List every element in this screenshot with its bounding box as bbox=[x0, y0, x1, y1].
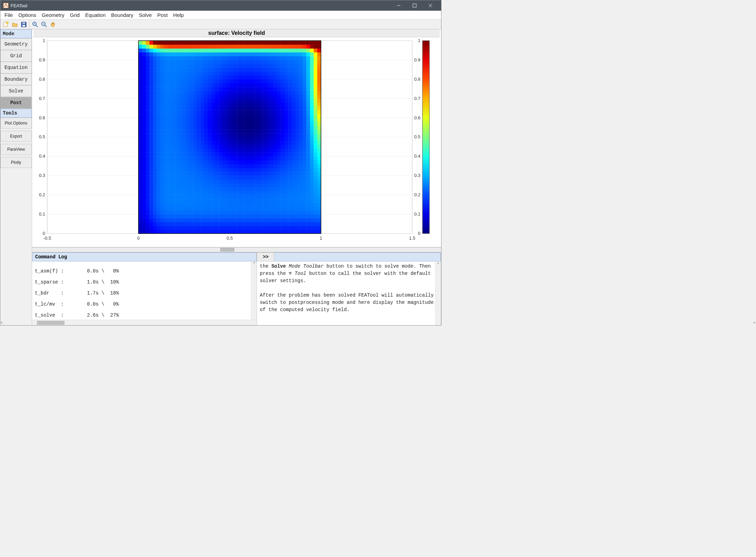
svg-rect-1014 bbox=[208, 156, 212, 160]
mode-boundary[interactable]: Boundary bbox=[0, 73, 32, 85]
svg-rect-726 bbox=[252, 179, 256, 183]
menu-equation[interactable]: Equation bbox=[82, 11, 108, 19]
svg-rect-1852 bbox=[164, 91, 168, 95]
svg-rect-2306 bbox=[179, 56, 182, 60]
svg-rect-406 bbox=[179, 203, 182, 207]
svg-rect-1323 bbox=[241, 133, 245, 137]
svg-rect-1638 bbox=[295, 110, 299, 114]
svg-rect-617 bbox=[219, 187, 222, 191]
svg-rect-415 bbox=[211, 203, 215, 207]
svg-rect-1616 bbox=[215, 110, 219, 114]
command-log-hscroll[interactable]: < > bbox=[32, 320, 257, 325]
pan-hand-icon[interactable] bbox=[49, 20, 57, 29]
svg-rect-780 bbox=[266, 176, 270, 180]
svg-rect-383 bbox=[277, 207, 281, 211]
svg-rect-2479 bbox=[262, 44, 266, 49]
svg-rect-820 bbox=[230, 172, 233, 176]
svg-rect-411 bbox=[197, 203, 201, 207]
svg-rect-1240 bbox=[303, 141, 307, 145]
svg-rect-749 bbox=[153, 176, 157, 180]
info-vscroll[interactable]: ^ bbox=[435, 261, 441, 325]
svg-rect-440 bbox=[303, 203, 307, 207]
menu-boundary[interactable]: Boundary bbox=[108, 11, 136, 19]
svg-rect-606 bbox=[179, 187, 182, 191]
svg-rect-2288 bbox=[295, 60, 299, 64]
svg-rect-1683 bbox=[277, 106, 281, 110]
svg-rect-325 bbox=[248, 210, 252, 215]
svg-rect-1038 bbox=[295, 156, 299, 160]
svg-rect-2074 bbox=[244, 76, 248, 80]
svg-rect-261 bbox=[197, 214, 201, 218]
svg-rect-808 bbox=[186, 172, 190, 176]
svg-rect-1665 bbox=[211, 106, 215, 110]
tool-plot-options[interactable]: Plot Options bbox=[0, 118, 32, 129]
menu-file[interactable]: File bbox=[2, 11, 16, 19]
new-file-icon[interactable] bbox=[2, 20, 10, 29]
svg-rect-1532 bbox=[273, 118, 277, 122]
open-folder-icon[interactable] bbox=[11, 20, 19, 29]
tool-paraview[interactable]: ParaView bbox=[0, 144, 32, 155]
svg-rect-331 bbox=[270, 210, 273, 215]
info-prompt[interactable]: >> bbox=[257, 252, 274, 261]
menu-post[interactable]: Post bbox=[155, 11, 170, 19]
svg-rect-2469 bbox=[226, 44, 230, 49]
svg-rect-1636 bbox=[288, 110, 292, 114]
svg-rect-1789 bbox=[299, 99, 303, 103]
svg-rect-2309 bbox=[190, 56, 193, 60]
svg-rect-2169 bbox=[226, 68, 230, 72]
svg-rect-65 bbox=[211, 230, 215, 234]
svg-rect-2039 bbox=[299, 79, 303, 83]
svg-rect-2205 bbox=[175, 64, 179, 68]
menu-options[interactable]: Options bbox=[16, 11, 39, 19]
svg-rect-2031 bbox=[270, 79, 273, 83]
menu-solve[interactable]: Solve bbox=[136, 11, 155, 19]
svg-rect-1000 bbox=[157, 156, 160, 160]
svg-rect-802 bbox=[164, 172, 168, 176]
svg-rect-1305 bbox=[175, 133, 179, 137]
svg-rect-952 bbox=[164, 160, 168, 165]
mode-geometry[interactable]: Geometry bbox=[0, 38, 32, 50]
menu-grid[interactable]: Grid bbox=[67, 11, 82, 19]
svg-rect-1779 bbox=[262, 99, 266, 103]
tool-plotly[interactable]: Plotly bbox=[0, 157, 32, 168]
svg-rect-931 bbox=[270, 164, 273, 168]
command-log-vscroll[interactable]: ^ bbox=[251, 261, 257, 320]
svg-rect-191 bbox=[306, 222, 310, 226]
mode-grid[interactable]: Grid bbox=[0, 50, 32, 62]
svg-rect-1418 bbox=[222, 126, 226, 130]
svg-rect-511 bbox=[197, 195, 201, 199]
maximize-button[interactable] bbox=[407, 0, 422, 11]
svg-rect-960 bbox=[193, 160, 197, 165]
svg-rect-490 bbox=[303, 199, 307, 203]
zoom-in-icon[interactable] bbox=[31, 20, 39, 29]
save-icon[interactable] bbox=[20, 20, 28, 29]
svg-rect-613 bbox=[204, 187, 208, 191]
mode-post[interactable]: Post bbox=[0, 97, 32, 109]
svg-rect-2164 bbox=[208, 68, 212, 72]
info-body[interactable]: the Solve Mode Toolbar button to switch … bbox=[257, 261, 441, 325]
svg-rect-723 bbox=[241, 179, 245, 183]
svg-rect-567 bbox=[219, 191, 222, 195]
mode-equation[interactable]: Equation bbox=[0, 62, 32, 73]
close-button[interactable] bbox=[422, 0, 438, 11]
svg-rect-394 bbox=[317, 207, 321, 211]
zoom-out-icon[interactable] bbox=[40, 20, 48, 29]
svg-rect-1045 bbox=[138, 152, 142, 157]
svg-rect-2460 bbox=[193, 44, 197, 49]
svg-rect-62 bbox=[200, 230, 204, 234]
mode-solve[interactable]: Solve bbox=[0, 85, 32, 97]
svg-rect-1239 bbox=[299, 141, 303, 145]
svg-rect-368 bbox=[222, 207, 226, 211]
svg-rect-1966 bbox=[215, 83, 219, 87]
plot-horizontal-scrollbar[interactable] bbox=[32, 247, 441, 252]
svg-rect-1915 bbox=[211, 87, 215, 91]
svg-rect-1784 bbox=[281, 99, 285, 103]
plot-canvas[interactable]: 00.10.20.30.40.50.60.70.80.91-0.500.511.… bbox=[33, 37, 440, 247]
svg-rect-301 bbox=[160, 210, 164, 215]
command-log-body[interactable]: t_asm(f) : 0.0s \ 0% t_sparse : 1.0s \ 1… bbox=[32, 261, 257, 320]
menu-help[interactable]: Help bbox=[170, 11, 187, 19]
menu-geometry[interactable]: Geometry bbox=[39, 11, 67, 19]
minimize-button[interactable] bbox=[391, 0, 407, 11]
svg-rect-1817 bbox=[219, 95, 222, 99]
tool-export[interactable]: Export bbox=[0, 131, 32, 142]
